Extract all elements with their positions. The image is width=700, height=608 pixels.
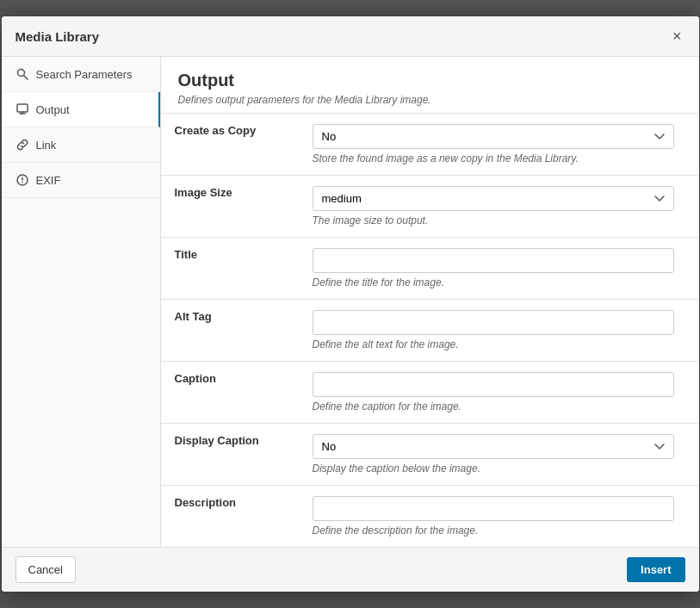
modal-title: Media Library: [15, 29, 100, 44]
label-display-caption: Display Caption: [161, 424, 299, 486]
label-alt-tag: Alt Tag: [161, 300, 299, 362]
modal-body: Search Parameters Output: [2, 57, 699, 547]
content-subtitle: Defines output parameters for the Media …: [178, 94, 682, 106]
form-row-caption: Caption Define the caption for the image…: [161, 362, 699, 424]
desc-image-size: The image size to output.: [313, 214, 685, 226]
select-create-as-copy[interactable]: No Yes: [313, 124, 674, 149]
form-row-alt-tag: Alt Tag Define the alt text for the imag…: [161, 300, 699, 362]
sidebar-item-search-parameters[interactable]: Search Parameters: [2, 57, 160, 92]
field-caption: Define the caption for the image.: [299, 362, 699, 424]
form-row-description: Description Define the description for t…: [161, 486, 699, 548]
form-row-display-caption: Display Caption No Yes Display the capti…: [161, 424, 699, 486]
content-title: Output: [178, 71, 682, 90]
field-display-caption: No Yes Display the caption below the ima…: [299, 424, 699, 486]
desc-create-as-copy: Store the found image as a new copy in t…: [313, 152, 685, 164]
sidebar-item-label-search: Search Parameters: [36, 68, 133, 81]
modal-header: Media Library ×: [2, 16, 699, 57]
svg-rect-2: [17, 104, 28, 112]
select-display-caption[interactable]: No Yes: [313, 434, 674, 459]
desc-description: Define the description for the image.: [313, 524, 685, 537]
form-row-title: Title Define the title for the image.: [161, 238, 699, 300]
content-header: Output Defines output parameters for the…: [161, 57, 699, 113]
label-create-as-copy: Create as Copy: [161, 114, 299, 176]
modal-overlay: Media Library × Search Parameters: [0, 0, 700, 608]
sidebar-item-label-output: Output: [36, 103, 70, 116]
field-description: Define the description for the image.: [299, 486, 699, 548]
svg-line-1: [23, 76, 28, 80]
desc-display-caption: Display the caption below the image.: [313, 462, 685, 475]
link-icon: [15, 138, 29, 152]
input-alt-tag[interactable]: [313, 310, 674, 335]
desc-caption: Define the caption for the image.: [313, 400, 685, 413]
field-title: Define the title for the image.: [299, 238, 699, 300]
input-description[interactable]: [313, 496, 674, 521]
field-image-size: thumbnail medium large full The image si…: [299, 176, 699, 238]
modal-footer: Cancel Insert: [2, 547, 699, 592]
output-icon: [15, 102, 29, 116]
label-title: Title: [161, 238, 299, 300]
sidebar-item-link[interactable]: Link: [2, 127, 160, 163]
form-row-image-size: Image Size thumbnail medium large full T…: [161, 176, 699, 238]
label-description: Description: [161, 486, 299, 548]
field-create-as-copy: No Yes Store the found image as a new co…: [299, 114, 699, 176]
label-caption: Caption: [161, 362, 299, 424]
field-alt-tag: Define the alt text for the image.: [299, 300, 699, 362]
media-library-modal: Media Library × Search Parameters: [2, 16, 699, 592]
sidebar-item-exif[interactable]: EXIF: [2, 163, 160, 198]
insert-button[interactable]: Insert: [627, 557, 685, 582]
main-content: Output Defines output parameters for the…: [161, 57, 699, 547]
select-image-size[interactable]: thumbnail medium large full: [313, 186, 674, 211]
sidebar: Search Parameters Output: [2, 57, 161, 547]
exif-icon: [15, 173, 29, 187]
sidebar-item-label-exif: EXIF: [36, 174, 61, 187]
svg-point-7: [22, 182, 23, 183]
desc-alt-tag: Define the alt text for the image.: [313, 338, 685, 351]
desc-title: Define the title for the image.: [313, 276, 685, 288]
close-button[interactable]: ×: [669, 27, 685, 46]
cancel-button[interactable]: Cancel: [15, 556, 76, 583]
search-icon: [15, 67, 29, 81]
sidebar-item-label-link: Link: [36, 139, 57, 152]
form-row-create-as-copy: Create as Copy No Yes Store the found im…: [161, 114, 699, 176]
input-title[interactable]: [313, 248, 674, 273]
sidebar-item-output[interactable]: Output: [2, 92, 160, 127]
input-caption[interactable]: [313, 372, 674, 397]
label-image-size: Image Size: [161, 176, 299, 238]
form-table: Create as Copy No Yes Store the found im…: [161, 113, 699, 547]
